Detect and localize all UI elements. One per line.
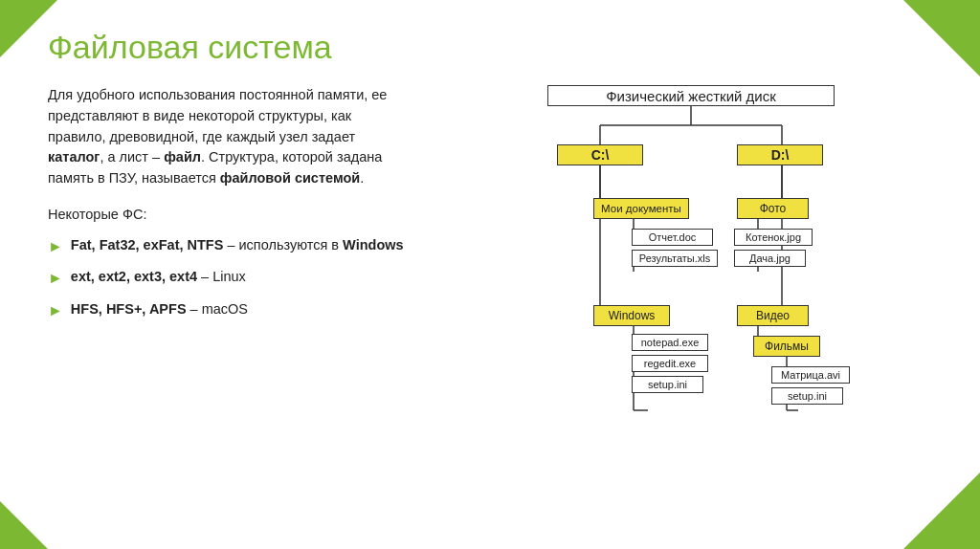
left-column: Для удобного использования постоянной па… (48, 85, 412, 525)
bullet-arrow-icon: ► (48, 300, 63, 321)
video-folder: Видео (737, 305, 809, 326)
file-setup-c: setup.ini (632, 376, 703, 393)
file-dacha: Дача.jpg (734, 250, 806, 267)
file-matrica: Матрица.avi (771, 366, 850, 384)
my-documents: Мои документы (593, 198, 689, 219)
description-paragraph: Для удобного использования постоянной па… (48, 85, 412, 189)
file-setup-d: setup.ini (771, 387, 843, 405)
bullet-text-2: ext, ext2, ext3, ext4 – Linux (71, 267, 246, 286)
windows-folder: Windows (593, 305, 670, 326)
file-otchet: Отчет.doc (632, 229, 713, 246)
filesystem-diagram: Физический жесткий диск C:\ D:\ Мои доку… (490, 85, 892, 525)
diagram-lines (490, 85, 892, 525)
page-title: Файловая система (48, 29, 942, 66)
some-fs-label: Некоторые ФС: (48, 207, 412, 222)
file-rezultaty: Результаты.xls (632, 250, 718, 267)
bullet-text-1: Fat, Fat32, exFat, NTFS – используются в… (71, 235, 404, 254)
file-regedit: regedit.exe (632, 355, 708, 372)
file-notepad: notepad.exe (632, 334, 708, 351)
list-item: ► ext, ext2, ext3, ext4 – Linux (48, 267, 412, 289)
filmy-folder: Фильмы (753, 336, 820, 357)
bullet-arrow-icon: ► (48, 268, 63, 289)
list-item: ► HFS, HFS+, APFS – macOS (48, 299, 412, 321)
list-item: ► Fat, Fat32, exFat, NTFS – используются… (48, 235, 412, 257)
d-drive: D:\ (737, 144, 823, 165)
bullet-list: ► Fat, Fat32, exFat, NTFS – используются… (48, 235, 412, 321)
foto-folder: Фото (737, 198, 809, 219)
c-drive: C:\ (557, 144, 643, 165)
bullet-arrow-icon: ► (48, 236, 63, 257)
diagram-header: Физический жесткий диск (547, 85, 835, 106)
right-column: Физический жесткий диск C:\ D:\ Мои доку… (440, 85, 942, 525)
bullet-text-3: HFS, HFS+, APFS – macOS (71, 299, 248, 318)
file-kotenok: Котенок.jpg (734, 229, 813, 246)
